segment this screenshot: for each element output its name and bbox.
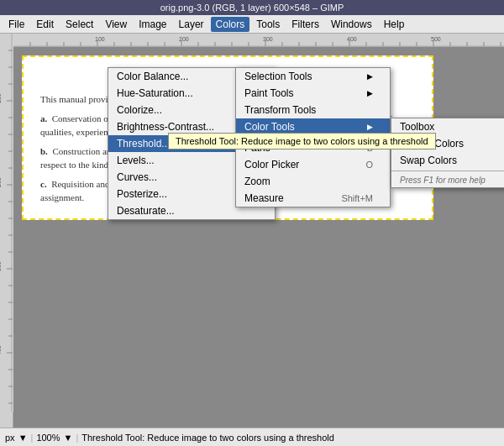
menu-zoom[interactable]: Zoom xyxy=(236,173,390,190)
main-area: 100 200 300 400 xyxy=(0,34,504,428)
menu-layer[interactable]: Layer xyxy=(174,17,209,32)
menu-colors[interactable]: Colors xyxy=(211,17,250,32)
zoom-label: 100% xyxy=(36,433,60,443)
svg-text:100: 100 xyxy=(95,36,105,42)
colortools-submenu[interactable]: Toolbox Ctrl+B Default Colors D Swap Col… xyxy=(391,118,504,188)
menu-measure[interactable]: Measure Shift+M xyxy=(236,190,390,207)
svg-text:100: 100 xyxy=(0,93,2,103)
menu-swap-colors[interactable]: Swap Colors X xyxy=(391,152,504,169)
menu-help[interactable]: Help xyxy=(379,17,410,32)
svg-text:300: 300 xyxy=(0,261,2,271)
menu-filters[interactable]: Filters xyxy=(286,17,324,32)
unit-label: px xyxy=(5,433,15,443)
title-bar: orig.png-3.0 (RGB, 1 layer) 600×548 – GI… xyxy=(0,0,504,15)
menu-bar: File Edit Select View Image Layer Colors… xyxy=(0,15,504,34)
menu-view[interactable]: View xyxy=(100,17,132,32)
svg-text:400: 400 xyxy=(347,36,357,42)
svg-text:500: 500 xyxy=(431,36,441,42)
ruler-horizontal: 100 200 300 400 xyxy=(13,34,504,47)
zoom-dropdown-arrow[interactable]: ▼ xyxy=(64,433,73,443)
svg-text:200: 200 xyxy=(0,177,2,187)
unit-dropdown-arrow[interactable]: ▼ xyxy=(18,433,28,443)
menu-paint-tools[interactable]: Paint Tools xyxy=(236,85,390,102)
menu-image[interactable]: Image xyxy=(134,17,171,32)
svg-text:400: 400 xyxy=(0,345,2,355)
title-text: orig.png-3.0 (RGB, 1 layer) 600×548 – GI… xyxy=(160,3,344,13)
svg-text:200: 200 xyxy=(179,36,189,42)
tools-separator-1 xyxy=(236,137,390,138)
menu-file[interactable]: File xyxy=(3,17,29,32)
menu-toolbox[interactable]: Toolbox Ctrl+B xyxy=(391,118,504,135)
colortools-separator xyxy=(391,171,504,171)
ruler-vertical: 100 200 300 400 xyxy=(0,34,13,428)
status-divider-2: | xyxy=(76,433,78,443)
help-hint: Press F1 for more help xyxy=(391,173,504,187)
menu-edit[interactable]: Edit xyxy=(31,17,59,32)
status-message: Threshold Tool: Reduce image to two colo… xyxy=(81,433,334,443)
tools-submenu[interactable]: Selection Tools Paint Tools Transform To… xyxy=(235,67,391,207)
menu-transform-tools[interactable]: Transform Tools xyxy=(236,102,390,118)
status-bar: px ▼ | 100% ▼ | Threshold Tool: Reduce i… xyxy=(0,428,504,446)
menu-color-tools[interactable]: Color Tools xyxy=(236,118,390,135)
menu-select[interactable]: Select xyxy=(60,17,98,32)
svg-text:300: 300 xyxy=(263,36,273,42)
menu-default-colors[interactable]: Default Colors D xyxy=(391,135,504,152)
menu-windows[interactable]: Windows xyxy=(326,17,377,32)
menu-tools[interactable]: Tools xyxy=(251,17,285,32)
status-divider-1: | xyxy=(31,433,34,443)
menu-selection-tools[interactable]: Selection Tools xyxy=(236,68,390,85)
menu-color-picker[interactable]: Color Picker O xyxy=(236,156,390,173)
menu-paths[interactable]: Paths B xyxy=(236,139,390,156)
